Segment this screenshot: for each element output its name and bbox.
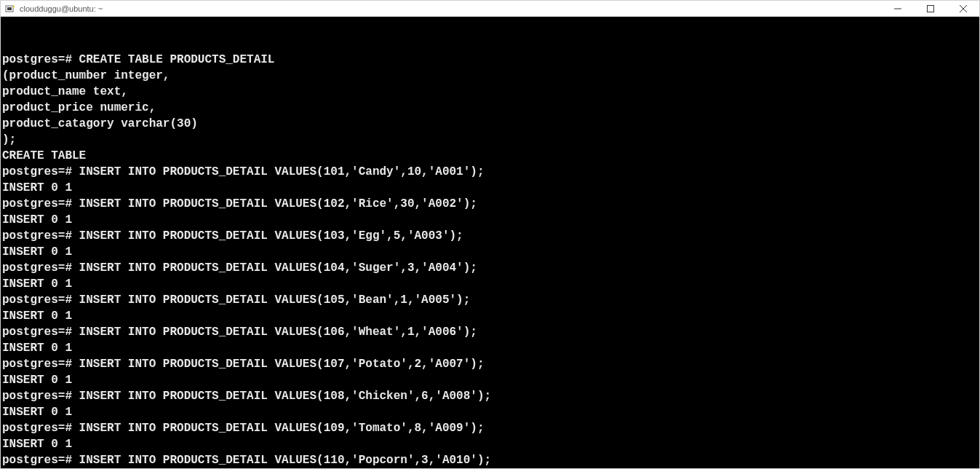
- terminal-line: postgres=# INSERT INTO PRODUCTS_DETAIL V…: [2, 260, 978, 276]
- terminal-line: product_name text,: [2, 84, 978, 100]
- terminal-line: postgres=# INSERT INTO PRODUCTS_DETAIL V…: [2, 388, 978, 404]
- terminal-line: postgres=# INSERT INTO PRODUCTS_DETAIL V…: [2, 452, 978, 468]
- window-controls: [881, 1, 979, 16]
- terminal-line: postgres=# INSERT INTO PRODUCTS_DETAIL V…: [2, 164, 978, 180]
- terminal-line: postgres=# INSERT INTO PRODUCTS_DETAIL V…: [2, 356, 978, 372]
- terminal-line: postgres=# INSERT INTO PRODUCTS_DETAIL V…: [2, 196, 978, 212]
- terminal-line: postgres=# INSERT INTO PRODUCTS_DETAIL V…: [2, 228, 978, 244]
- terminal-line: CREATE TABLE: [2, 148, 978, 164]
- terminal-line: INSERT 0 1: [2, 308, 978, 324]
- terminal-line: product_price numeric,: [2, 100, 978, 116]
- terminal-line: postgres=# INSERT INTO PRODUCTS_DETAIL V…: [2, 292, 978, 308]
- terminal-line: INSERT 0 1: [2, 340, 978, 356]
- svg-rect-4: [927, 5, 933, 12]
- terminal-window: cloudduggu@ubuntu: ~ postgres=# CREATE T…: [0, 0, 980, 469]
- terminal-line: postgres=# INSERT INTO PRODUCTS_DETAIL V…: [2, 420, 978, 436]
- terminal-line: );: [2, 132, 978, 148]
- terminal-line: postgres=# CREATE TABLE PRODUCTS_DETAIL: [2, 52, 978, 68]
- terminal-line: INSERT 0 1: [2, 244, 978, 260]
- svg-rect-1: [7, 7, 12, 10]
- terminal-line: INSERT 0 1: [2, 212, 978, 228]
- terminal-content[interactable]: postgres=# CREATE TABLE PRODUCTS_DETAIL(…: [1, 17, 979, 468]
- terminal-line: INSERT 0 1: [2, 372, 978, 388]
- window-title: cloudduggu@ubuntu: ~: [20, 4, 881, 13]
- titlebar: cloudduggu@ubuntu: ~: [1, 1, 979, 17]
- maximize-button[interactable]: [914, 1, 947, 16]
- terminal-line: INSERT 0 1: [2, 436, 978, 452]
- terminal-line: product_catagory varchar(30): [2, 116, 978, 132]
- putty-icon: [5, 4, 15, 14]
- minimize-button[interactable]: [881, 1, 914, 16]
- terminal-line: (product_number integer,: [2, 68, 978, 84]
- terminal-line: INSERT 0 1: [2, 180, 978, 196]
- terminal-line: postgres=# INSERT INTO PRODUCTS_DETAIL V…: [2, 324, 978, 340]
- terminal-line: INSERT 0 1: [2, 404, 978, 420]
- terminal-line: INSERT 0 1: [2, 276, 978, 292]
- close-button[interactable]: [947, 1, 979, 16]
